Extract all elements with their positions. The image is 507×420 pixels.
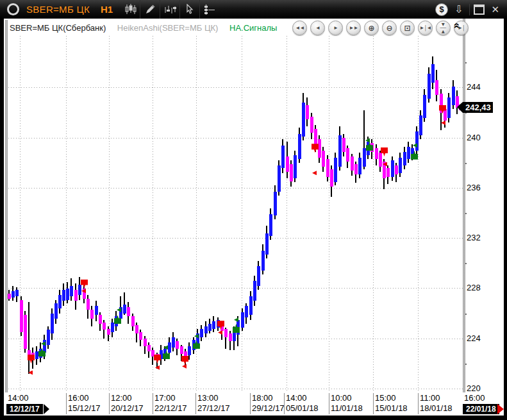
heiken-ashi-bar-down (354, 164, 358, 174)
heiken-ashi-bar-up (249, 296, 253, 315)
heiken-ashi-bar-up (47, 330, 50, 344)
date-axis-label: 05/01/18 (286, 403, 319, 413)
time-axis-label: 16:00 (464, 393, 485, 403)
heiken-ashi-bar-up (15, 290, 19, 296)
trades-chart-button[interactable] (160, 0, 179, 19)
heiken-ashi-bar-up (66, 289, 69, 300)
heiken-ashi-bar-up (415, 131, 419, 150)
zoom-box-button[interactable]: ⊡ (400, 21, 415, 35)
time-axis-label: 17:00 (154, 393, 176, 403)
last-price-label: 242,43 (463, 102, 493, 113)
scroll-end-button[interactable]: ►► (346, 21, 361, 35)
time-axis-tick (284, 393, 285, 414)
time-axis-tick (66, 393, 67, 414)
heiken-ashi-bar-down (131, 316, 135, 326)
heiken-ashi-bar-up (62, 290, 65, 301)
heiken-ashi-bar-up (204, 326, 208, 334)
heiken-ashi-bar-down (444, 109, 447, 121)
heiken-ashi-bar-up (391, 160, 394, 176)
heiken-ashi-bar-up (241, 312, 244, 327)
heiken-ashi-bar-up (43, 340, 46, 353)
download-arrow-button[interactable]: ⇩ (452, 4, 465, 15)
titlebar-separator (469, 4, 470, 15)
legend-series-main: SBER=МБ ЦК(Сбербанк) (10, 23, 106, 33)
window-logo-icon (7, 3, 19, 15)
scroll-start-button[interactable]: ◄◄ (292, 21, 307, 35)
price-gridline (8, 389, 463, 389)
heiken-ashi-bar-down (342, 138, 345, 152)
heiken-ashi-bar-down (147, 345, 151, 351)
title-bar: SBER=МБ ЦК H1 (0, 0, 507, 19)
heiken-ashi-bar-up (188, 346, 191, 355)
price-axis-label: 236 (467, 183, 481, 192)
heiken-ashi-bar-down (107, 329, 110, 335)
scroll-right-button[interactable]: ► (328, 21, 343, 35)
heiken-ashi-bar-down (176, 341, 179, 349)
levels-button[interactable] (199, 0, 219, 19)
heiken-ashi-bar-up (257, 266, 260, 286)
zoom-box-icon: ⊡ (404, 24, 410, 33)
sell-signal-marker (181, 356, 188, 365)
cursor-icon (185, 4, 195, 15)
zoom-in-button[interactable]: ⊕ (364, 21, 379, 35)
heiken-ashi-bar-down (286, 156, 289, 171)
heiken-ashi-bar-up (431, 64, 435, 83)
heiken-ashi-bar-up (423, 95, 426, 117)
price-axis-label: 220 (467, 383, 481, 393)
scroll-end-icon: ►► (349, 25, 358, 31)
price-gridline (8, 87, 463, 88)
heiken-ashi-bar-down (24, 315, 27, 349)
heiken-ashi-bar-up (302, 103, 305, 137)
sell-signal-arrow-icon (312, 171, 317, 175)
compress-vertical-button[interactable]: ►│◄ (436, 21, 451, 35)
price-gridline (8, 288, 463, 289)
heiken-ashi-bar-down (314, 129, 317, 145)
zoom-in-icon: ⊕ (368, 24, 374, 33)
dollar-button[interactable]: $ (435, 3, 448, 16)
candlestick-chart-button[interactable] (121, 0, 140, 19)
chart-toolbar (121, 0, 219, 19)
heiken-ashi-bar-down (326, 159, 329, 176)
heiken-ashi-bar-up (200, 329, 203, 338)
heiken-ashi-bar-down (20, 300, 23, 333)
legend-series-heikenashi: HeikenAshi(SBER=МБ ЦК) (117, 23, 219, 33)
heiken-ashi-bar-up (54, 303, 58, 318)
close-window-button[interactable]: ✕ (488, 4, 502, 15)
zoom-out-button[interactable]: ⊖ (382, 21, 397, 35)
heiken-ashi-bar-up (253, 281, 256, 301)
sell-signal-arrow-icon (441, 121, 445, 125)
heiken-ashi-bar-down (103, 323, 106, 330)
date-gridline (109, 36, 110, 391)
date-gridline (242, 36, 242, 391)
date-axis-label: 20/12/17 (111, 403, 144, 413)
date-axis-label: 15/12/17 (68, 403, 101, 413)
heiken-ashi-bar-up (363, 148, 366, 167)
heiken-ashi-bar-down (144, 339, 147, 346)
heiken-ashi-bar-up (78, 285, 81, 295)
heiken-ashi-bar-up (262, 251, 265, 271)
cursor-button[interactable] (179, 0, 199, 19)
window-title-timeframe: H1 (101, 4, 113, 15)
heiken-ashi-bar-up (452, 87, 455, 105)
date-axis-label: 29/12/17 (252, 403, 285, 413)
date-gridline (329, 36, 329, 391)
date-gridline (153, 36, 153, 391)
last-date-badge: 22/01/18 (463, 404, 499, 414)
compress-horizontal-button[interactable]: ►│◄ (418, 21, 433, 35)
first-date-badge-arrow (44, 404, 49, 414)
time-axis-label: 15:00 (375, 393, 396, 403)
restore-window-button[interactable] (474, 4, 485, 15)
heiken-ashi-bar-down (330, 169, 333, 187)
date-gridline (287, 36, 287, 391)
scroll-left-button[interactable]: ◄ (310, 21, 325, 35)
chart-plot-area: 24424023623222822422014:0012/12/1716:001… (0, 0, 507, 420)
price-axis-divider[interactable] (463, 19, 465, 392)
heiken-ashi-bar-down (135, 325, 138, 334)
heiken-ashi-bar-down (290, 164, 293, 181)
draw-pencil-button[interactable] (140, 0, 160, 19)
heiken-ashi-bar-down (180, 346, 183, 354)
time-axis-tick (329, 393, 329, 414)
collapse-panel-icon[interactable]: « (452, 23, 462, 29)
date-axis-label: 15/01/18 (375, 403, 408, 413)
heiken-ashi-bar-up (208, 324, 212, 332)
